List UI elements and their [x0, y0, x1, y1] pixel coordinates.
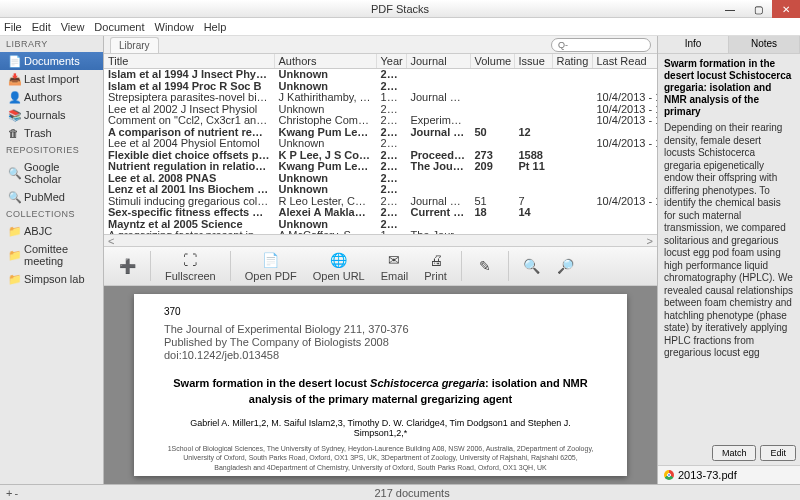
- table-cell: Unknown: [274, 69, 376, 81]
- match-button[interactable]: Match: [712, 445, 757, 461]
- open-pdf-button[interactable]: 📄Open PDF: [239, 249, 303, 284]
- sidebar-item-last-import[interactable]: 📥Last Import: [0, 70, 103, 88]
- table-cell: 2006: [376, 161, 406, 173]
- fullscreen-button[interactable]: ⛶Fullscreen: [159, 249, 222, 284]
- table-row[interactable]: Comment on "Ccl2, Cx3cr1 and Ccl2/Cx...C…: [104, 115, 657, 127]
- table-cell: [514, 69, 552, 81]
- sidebar-item-documents[interactable]: 📄Documents: [0, 52, 103, 70]
- info-abstract: Depending on their rearing density, fema…: [658, 122, 800, 441]
- menu-document[interactable]: Document: [94, 21, 144, 33]
- plus-icon: ➕: [118, 257, 136, 275]
- table-row[interactable]: Lenz et al 2001 Ins Biochem Mol BiolUnkn…: [104, 184, 657, 196]
- table-cell: 50: [470, 127, 514, 139]
- table-cell: Flexible diet choice offsets protein c..…: [104, 150, 274, 162]
- table-cell: A comparison of nutrient regulation ...: [104, 127, 274, 139]
- tab-library[interactable]: Library: [110, 37, 159, 53]
- menu-help[interactable]: Help: [204, 21, 227, 33]
- minimize-button[interactable]: —: [716, 0, 744, 18]
- add-button[interactable]: ➕: [112, 255, 142, 277]
- column-header[interactable]: Title: [104, 54, 274, 69]
- table-row[interactable]: A gregarizing factor present in the e...…: [104, 230, 657, 234]
- menu-view[interactable]: View: [61, 21, 85, 33]
- document-table[interactable]: TitleAuthorsYearJournalVolumeIssueRating…: [104, 54, 657, 234]
- table-cell: Unknown: [274, 81, 376, 93]
- table-row[interactable]: Flexible diet choice offsets protein c..…: [104, 150, 657, 162]
- column-header[interactable]: Authors: [274, 54, 376, 69]
- column-header[interactable]: Journal: [406, 54, 470, 69]
- table-row[interactable]: Islam et al 1994 Proc R Soc BUnknown2013: [104, 81, 657, 93]
- sidebar-item-journals[interactable]: 📚Journals: [0, 106, 103, 124]
- table-cell: [514, 173, 552, 185]
- sidebar-item-abjc[interactable]: 📁ABJC: [0, 222, 103, 240]
- titlebar: PDF Stacks — ▢ ✕: [0, 0, 800, 18]
- table-cell: [406, 104, 470, 116]
- table-cell: [514, 115, 552, 127]
- edit-button[interactable]: Edit: [760, 445, 796, 461]
- documents-icon: 📄: [8, 55, 20, 67]
- horizontal-scrollbar[interactable]: [104, 234, 657, 246]
- column-header[interactable]: Year: [376, 54, 406, 69]
- table-cell: [470, 219, 514, 231]
- table-cell: Current biol...: [406, 207, 470, 219]
- table-row[interactable]: Mayntz et al 2005 ScienceUnknown2013: [104, 219, 657, 231]
- column-header[interactable]: Last Read: [592, 54, 657, 69]
- table-row[interactable]: Stimuli inducing gregarious colouratio..…: [104, 196, 657, 208]
- column-header[interactable]: Rating: [552, 54, 592, 69]
- table-row[interactable]: Islam et al 1994 J Insect PhysiolUnknown…: [104, 69, 657, 81]
- search-input[interactable]: [551, 38, 651, 52]
- open-url-button[interactable]: 🌐Open URL: [307, 249, 371, 284]
- close-button[interactable]: ✕: [772, 0, 800, 18]
- menu-edit[interactable]: Edit: [32, 21, 51, 33]
- table-row[interactable]: Lee et al 2002 J Insect PhysiolUnknown20…: [104, 104, 657, 116]
- paper-authors: Gabriel A. Miller1,2, M. Saiful Islam2,3…: [164, 418, 597, 438]
- sidebar-item-committee[interactable]: 📁Comittee meeting: [0, 240, 103, 270]
- table-cell: [592, 150, 657, 162]
- remove-collection-button[interactable]: -: [14, 487, 18, 499]
- table-cell: 2013: [376, 219, 406, 231]
- zoom-out-icon: 🔎: [557, 257, 575, 275]
- tab-notes[interactable]: Notes: [729, 36, 800, 53]
- table-cell: 2013: [376, 81, 406, 93]
- print-button[interactable]: 🖨Print: [418, 249, 453, 284]
- table-row[interactable]: Sex-specific fitness effects of nutrie..…: [104, 207, 657, 219]
- table-row[interactable]: Nutrient regulation in relation to die..…: [104, 161, 657, 173]
- sidebar-item-trash[interactable]: 🗑Trash: [0, 124, 103, 142]
- table-cell: [552, 161, 592, 173]
- add-collection-button[interactable]: +: [6, 487, 12, 499]
- sidebar-item-label: Journals: [24, 109, 66, 121]
- table-row[interactable]: Lee et al 2004 Physiol EntomolUnknown201…: [104, 138, 657, 150]
- table-row[interactable]: Lee et al. 2008 PNASUnknown2013: [104, 173, 657, 185]
- maximize-button[interactable]: ▢: [744, 0, 772, 18]
- annotate-button[interactable]: ✎: [470, 255, 500, 277]
- table-cell: Journal of Pest: [406, 92, 470, 104]
- tab-info[interactable]: Info: [658, 36, 729, 53]
- sidebar-header-repos: REPOSITORIES: [0, 142, 103, 158]
- zoom-in-button[interactable]: 🔍: [517, 255, 547, 277]
- sidebar-item-google-scholar[interactable]: 🔍Google Scholar: [0, 158, 103, 188]
- table-cell: [552, 173, 592, 185]
- table-cell: 2013: [376, 184, 406, 196]
- file-row[interactable]: 2013-73.pdf: [658, 465, 800, 484]
- table-cell: A gregarizing factor present in the e...: [104, 230, 274, 234]
- table-cell: [592, 161, 657, 173]
- sidebar-item-pubmed[interactable]: 🔍PubMed: [0, 188, 103, 206]
- sidebar-item-authors[interactable]: 👤Authors: [0, 88, 103, 106]
- pdf-preview[interactable]: 370 The Journal of Experimental Biology …: [104, 286, 657, 484]
- column-header[interactable]: Issue: [514, 54, 552, 69]
- sidebar-item-simpson[interactable]: 📁Simpson lab: [0, 270, 103, 288]
- table-cell: 51: [470, 196, 514, 208]
- document-count: 217 documents: [24, 487, 800, 499]
- table-cell: Unknown: [274, 138, 376, 150]
- menu-window[interactable]: Window: [155, 21, 194, 33]
- table-cell: [552, 104, 592, 116]
- table-row[interactable]: A comparison of nutrient regulation ...K…: [104, 127, 657, 139]
- table-cell: Christophe Combadi...: [274, 115, 376, 127]
- menu-file[interactable]: File: [4, 21, 22, 33]
- zoom-out-button[interactable]: 🔎: [551, 255, 581, 277]
- email-button[interactable]: ✉Email: [375, 249, 415, 284]
- column-header[interactable]: Volume: [470, 54, 514, 69]
- paper-title: Swarm formation in the desert locust Sch…: [164, 375, 597, 409]
- table-cell: [406, 219, 470, 231]
- table-row[interactable]: Strepsiptera parasites-novel biocontrol.…: [104, 92, 657, 104]
- table-cell: 2013: [376, 104, 406, 116]
